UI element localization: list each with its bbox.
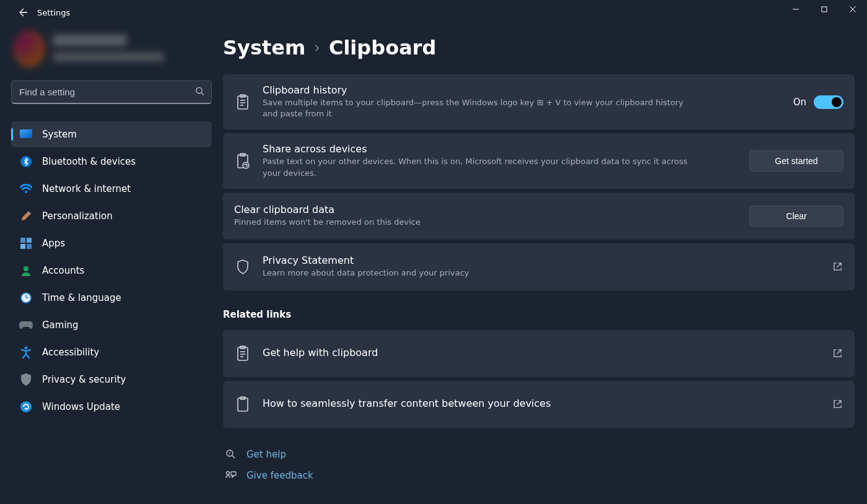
profile-name bbox=[53, 35, 127, 46]
search-input[interactable] bbox=[11, 80, 212, 104]
svg-point-9 bbox=[25, 191, 27, 193]
avatar bbox=[14, 30, 45, 67]
toggle-wrap: On bbox=[793, 95, 843, 109]
nav-bluetooth[interactable]: Bluetooth & devices bbox=[11, 149, 212, 175]
svg-point-19 bbox=[25, 347, 28, 350]
profile-section[interactable] bbox=[11, 25, 212, 73]
nav-label: Windows Update bbox=[42, 401, 120, 412]
give-feedback-link[interactable]: Give feedback bbox=[224, 465, 855, 486]
nav-accounts[interactable]: Accounts bbox=[11, 258, 212, 284]
nav-list: System Bluetooth & devices Network & int… bbox=[11, 121, 212, 420]
nav-label: Bluetooth & devices bbox=[42, 156, 136, 167]
svg-rect-1 bbox=[822, 7, 827, 12]
sidebar: System Bluetooth & devices Network & int… bbox=[0, 25, 223, 504]
profile-email bbox=[53, 53, 164, 61]
clock-icon bbox=[19, 290, 33, 305]
related-links-label: Related links bbox=[223, 309, 855, 320]
nav-label: Accounts bbox=[42, 265, 84, 276]
breadcrumb-parent[interactable]: System bbox=[223, 36, 305, 59]
nav-update[interactable]: Windows Update bbox=[11, 394, 212, 420]
svg-rect-40 bbox=[231, 472, 236, 476]
shield-outline-icon bbox=[234, 258, 251, 276]
bluetooth-icon bbox=[19, 154, 33, 169]
get-help-link[interactable]: ? Get help bbox=[224, 444, 855, 465]
gamepad-icon bbox=[19, 318, 33, 332]
person-icon bbox=[19, 263, 33, 278]
svg-point-28 bbox=[243, 162, 249, 168]
external-link-icon[interactable] bbox=[831, 347, 843, 360]
clipboard-list-icon bbox=[234, 345, 251, 362]
svg-rect-7 bbox=[20, 129, 32, 138]
clear-button[interactable]: Clear bbox=[749, 206, 843, 227]
card-help-clipboard[interactable]: Get help with clipboard bbox=[223, 330, 855, 377]
nav-gaming[interactable]: Gaming bbox=[11, 312, 212, 338]
maximize-button[interactable] bbox=[810, 0, 839, 19]
minimize-button[interactable] bbox=[782, 0, 810, 19]
window-controls bbox=[782, 0, 867, 19]
display-icon bbox=[19, 127, 33, 142]
card-clipboard-history: Clipboard history Save multiple items to… bbox=[223, 74, 855, 129]
svg-text:?: ? bbox=[229, 451, 231, 456]
search-icon[interactable] bbox=[195, 87, 204, 98]
card-desc: Save multiple items to your clipboard—pr… bbox=[263, 97, 696, 119]
nav-label: Accessibility bbox=[42, 347, 99, 358]
svg-point-4 bbox=[196, 87, 202, 93]
nav-label: Personalization bbox=[42, 211, 113, 222]
clipboard-history-toggle[interactable] bbox=[814, 95, 843, 109]
svg-line-37 bbox=[232, 456, 235, 458]
card-privacy-statement[interactable]: Privacy Statement Learn more about data … bbox=[223, 243, 855, 290]
svg-rect-10 bbox=[20, 238, 25, 243]
svg-rect-11 bbox=[27, 238, 32, 243]
card-title: Share across devices bbox=[263, 143, 738, 155]
app-title: Settings bbox=[37, 8, 70, 17]
card-title: Clear clipboard data bbox=[234, 204, 738, 215]
chevron-right-icon: › bbox=[314, 39, 320, 56]
nav-label: Privacy & security bbox=[42, 374, 126, 385]
svg-line-5 bbox=[201, 93, 204, 95]
toggle-state-label: On bbox=[793, 97, 806, 108]
svg-point-14 bbox=[24, 266, 28, 271]
card-desc: Paste text on your other devices. When t… bbox=[263, 156, 696, 178]
card-transfer-content[interactable]: How to seamlessly transfer content betwe… bbox=[223, 381, 855, 428]
accessibility-icon bbox=[19, 345, 33, 360]
footer-link-label: Give feedback bbox=[246, 470, 313, 481]
nav-personalization[interactable]: Personalization bbox=[11, 203, 212, 229]
nav-privacy[interactable]: Privacy & security bbox=[11, 367, 212, 393]
close-button[interactable] bbox=[839, 0, 867, 19]
nav-accessibility[interactable]: Accessibility bbox=[11, 339, 212, 365]
breadcrumb-current: Clipboard bbox=[329, 36, 437, 59]
card-title: Get help with clipboard bbox=[263, 347, 820, 358]
wifi-icon bbox=[19, 181, 33, 196]
shield-icon bbox=[19, 372, 33, 387]
svg-rect-34 bbox=[238, 398, 248, 411]
breadcrumb: System › Clipboard bbox=[223, 36, 855, 59]
clipboard-list-icon bbox=[234, 93, 251, 111]
search-container bbox=[11, 80, 212, 104]
nav-network[interactable]: Network & internet bbox=[11, 176, 212, 202]
external-link-icon[interactable] bbox=[831, 398, 843, 411]
get-started-button[interactable]: Get started bbox=[749, 150, 843, 172]
external-link-icon[interactable] bbox=[831, 261, 843, 273]
card-title: How to seamlessly transfer content betwe… bbox=[263, 398, 820, 409]
nav-system[interactable]: System bbox=[11, 121, 212, 147]
card-clear-clipboard: Clear clipboard data Pinned items won't … bbox=[223, 193, 855, 240]
svg-rect-13 bbox=[27, 244, 32, 249]
nav-label: Network & internet bbox=[42, 183, 131, 194]
card-title: Privacy Statement bbox=[263, 254, 820, 266]
card-share-devices: Share across devices Paste text on your … bbox=[223, 133, 855, 188]
back-button[interactable] bbox=[12, 1, 35, 24]
nav-time[interactable]: Time & language bbox=[11, 285, 212, 311]
svg-point-20 bbox=[20, 401, 32, 412]
help-icon: ? bbox=[224, 449, 238, 460]
svg-point-39 bbox=[227, 471, 230, 474]
clipboard-sync-icon bbox=[234, 152, 251, 170]
card-desc: Learn more about data protection and you… bbox=[263, 267, 696, 279]
feedback-icon bbox=[224, 471, 238, 480]
main-content: System › Clipboard Clipboard history Sav… bbox=[223, 25, 867, 504]
nav-label: Gaming bbox=[42, 319, 79, 331]
nav-label: System bbox=[42, 129, 77, 140]
nav-apps[interactable]: Apps bbox=[11, 230, 212, 256]
card-title: Clipboard history bbox=[263, 84, 782, 96]
footer-link-label: Get help bbox=[246, 449, 286, 460]
titlebar: Settings bbox=[0, 0, 867, 25]
